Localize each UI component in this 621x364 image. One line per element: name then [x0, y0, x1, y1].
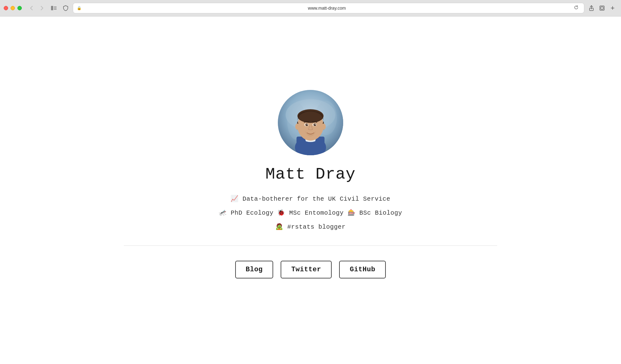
maximize-button[interactable]	[17, 6, 22, 10]
svg-rect-2	[54, 8, 57, 8]
title-bar: 🔒 www.matt-dray.com	[0, 0, 621, 16]
bio-line-3: 🧟 #rstats blogger	[275, 223, 346, 231]
person-name: Matt Dray	[265, 165, 356, 184]
svg-point-23	[321, 124, 326, 130]
svg-point-22	[295, 124, 300, 130]
svg-rect-5	[600, 6, 604, 10]
forward-button[interactable]	[37, 3, 47, 13]
new-tab-button[interactable]: +	[608, 3, 617, 13]
svg-rect-0	[51, 6, 53, 10]
url-text: www.matt-dray.com	[84, 6, 570, 11]
twitter-button[interactable]: Twitter	[281, 261, 332, 278]
share-button[interactable]	[587, 3, 596, 13]
blog-button[interactable]: Blog	[235, 261, 273, 278]
bio-line-1: 📈 Data-botherer for the UK Civil Service	[231, 195, 390, 203]
sidebar-toggle-button[interactable]	[49, 3, 58, 13]
nav-buttons	[27, 3, 47, 13]
avatar-container	[278, 90, 343, 155]
svg-rect-6	[601, 7, 603, 9]
tabs-button[interactable]	[597, 3, 607, 13]
lock-icon: 🔒	[77, 6, 82, 10]
browser-chrome: 🔒 www.matt-dray.com	[0, 0, 621, 16]
close-button[interactable]	[4, 6, 8, 10]
shield-icon-button[interactable]	[61, 3, 70, 13]
svg-point-20	[307, 124, 308, 125]
minimize-button[interactable]	[11, 6, 15, 10]
browser-actions: +	[587, 3, 617, 13]
divider	[124, 245, 497, 246]
traffic-lights	[4, 6, 22, 10]
bio-container: 📈 Data-botherer for the UK Civil Service…	[219, 195, 402, 231]
svg-point-21	[315, 124, 316, 125]
address-bar[interactable]: 🔒 www.matt-dray.com	[73, 3, 584, 13]
svg-rect-1	[54, 7, 57, 7]
back-button[interactable]	[27, 3, 36, 13]
reload-button[interactable]	[572, 5, 580, 12]
buttons-container: Blog Twitter GitHub	[235, 261, 386, 278]
github-button[interactable]: GitHub	[339, 261, 386, 278]
svg-rect-3	[54, 9, 57, 10]
avatar	[278, 90, 343, 155]
page-content: Matt Dray 📈 Data-botherer for the UK Civ…	[0, 16, 621, 364]
bio-line-2: 🦟 PhD Ecology 🐞 MSc Entomology 🎰 BSc Bio…	[219, 209, 402, 217]
